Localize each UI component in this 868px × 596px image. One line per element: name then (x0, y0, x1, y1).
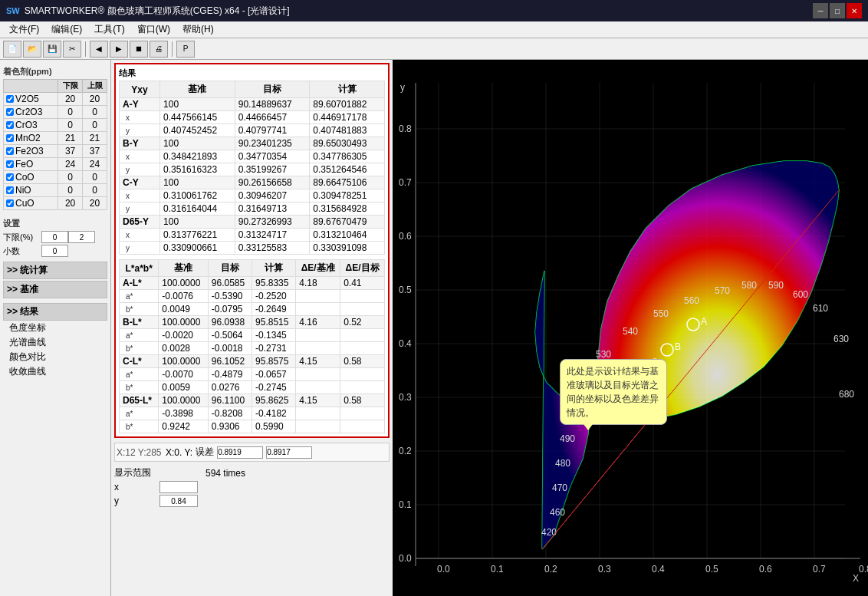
pigment-checkbox[interactable] (6, 160, 14, 168)
close-button[interactable]: ✕ (847, 3, 862, 18)
table-row: a* -0.0070 -0.4879 -0.0657 (120, 368, 385, 381)
y-range-input[interactable] (159, 495, 198, 507)
small-number-label: 小数 (3, 245, 41, 257)
toolbar-btn8[interactable]: 🖨 (150, 41, 168, 58)
distance-input2[interactable] (266, 446, 312, 459)
pigment-checkbox[interactable] (6, 173, 14, 181)
menu-file[interactable]: 文件(F) (3, 21, 45, 38)
pigment-checkbox[interactable] (6, 95, 14, 103)
info-section: X:12 Y:285 X:0. Y: 误差 (114, 443, 390, 462)
svg-text:420: 420 (541, 527, 557, 538)
toolbar-new[interactable]: 📄 (3, 41, 21, 58)
x-range-label: x (114, 482, 156, 492)
yxy-row-calc: 89.67670479 (310, 216, 385, 229)
toolbar-save[interactable]: 💾 (43, 41, 61, 58)
x-range-input[interactable] (159, 481, 198, 493)
results-section: >> 结果 色度坐标 光谱曲线 颜色对比 收敛曲线 (3, 301, 107, 379)
lab-row-base: -0.3898 (159, 407, 209, 420)
pigment-checkbox[interactable] (6, 147, 14, 155)
lab-row-target: 96.1100 (208, 394, 252, 407)
tooltip-text: 此处是示设计结果与基准玻璃以及目标光谱之间的坐标以及色差差异情况。 (567, 366, 659, 418)
yxy-row-calc: 0.351264546 (310, 163, 385, 176)
result-item-color-compare[interactable]: 颜色对比 (6, 350, 107, 364)
table-row: y 0.316164044 0.31649713 0.315684928 (120, 203, 385, 216)
result-item-converge[interactable]: 收敛曲线 (6, 364, 107, 379)
results-table-area: 结果 Yxy 基准 目标 计算 A-Y 100 90.14889637 89.6… (114, 63, 390, 438)
toolbar-btn5[interactable]: ◀ (90, 41, 108, 58)
lower-limit-input[interactable] (41, 231, 68, 243)
yxy-col-0: Yxy (120, 81, 160, 98)
setting-section: 设置 下限(%) 小数 (3, 215, 107, 258)
pigment-col-lower: 下限 (58, 80, 83, 93)
lab-row-base: 0.0049 (159, 303, 209, 316)
lab-row-de-base: 4.18 (296, 277, 340, 290)
lab-row-de-base (296, 381, 340, 394)
svg-text:550: 550 (653, 308, 669, 319)
calc-header[interactable]: >> 统计算 (3, 262, 107, 279)
pigment-table: 下限 上限 V2O5 20 20 Cr2O3 0 0 CrO3 0 0 MnO2… (3, 79, 107, 210)
toolbar-btn7[interactable]: ⏹ (130, 41, 148, 58)
small-number-input[interactable] (41, 245, 68, 257)
yxy-row-base: 0.447566145 (160, 111, 235, 124)
lower-limit-label: 下限(%) (3, 232, 41, 243)
lab-row-de-target (340, 368, 385, 381)
menu-help[interactable]: 帮助(H) (176, 21, 220, 38)
pigment-checkbox[interactable] (6, 186, 14, 194)
result-item-spectrum[interactable]: 光谱曲线 (6, 335, 107, 350)
display-range-label: 显示范围 (114, 466, 156, 479)
pigment-row: CuO 20 20 (4, 197, 107, 210)
lab-row-calc: 0.5990 (252, 420, 296, 433)
pigment-checkbox[interactable] (6, 121, 14, 129)
coord-label: X:12 Y:285 (117, 447, 163, 458)
pigment-lower: 21 (58, 132, 83, 145)
pigment-checkbox[interactable] (6, 134, 14, 142)
result-header[interactable]: >> 结果 (3, 303, 107, 321)
a-label: A (701, 316, 707, 327)
lab-row-base: -0.0076 (159, 290, 209, 303)
toolbar-btn9[interactable]: P (176, 41, 195, 58)
table-row: b* 0.0028 -0.0018 -0.2731 (120, 342, 385, 355)
menu-window[interactable]: 窗口(W) (131, 21, 176, 38)
yxy-row-label: D65-Y (120, 216, 160, 229)
toolbar-btn6[interactable]: ▶ (110, 41, 128, 58)
pigment-lower: 0 (58, 106, 83, 119)
pigment-checkbox[interactable] (6, 108, 14, 116)
pigment-checkbox[interactable] (6, 199, 14, 207)
svg-text:0.5: 0.5 (399, 285, 412, 295)
toolbar-btn4[interactable]: ✂ (63, 41, 81, 58)
lab-row-label: a* (120, 290, 159, 303)
lab-table: L*a*b* 基准 目标 计算 ΔE/基准 ΔE/目标 A-L* 100.000… (119, 259, 385, 433)
result-item-chroma[interactable]: 色度坐标 (6, 321, 107, 335)
yxy-row-base: 0.330900661 (160, 242, 235, 255)
pigment-upper: 0 (83, 119, 107, 132)
upper-limit-input[interactable] (68, 231, 95, 243)
x-range-row: x (114, 481, 390, 493)
lab-row-label: B-L* (120, 316, 159, 329)
table-row: B-Y 100 90.23401235 89.65030493 (120, 137, 385, 150)
restore-button[interactable]: □ (830, 3, 845, 18)
menu-edit[interactable]: 编辑(E) (45, 21, 88, 38)
toolbar-sep2 (172, 41, 173, 57)
pigment-lower: 20 (58, 93, 83, 106)
yxy-row-calc: 0.330391098 (310, 242, 385, 255)
distance-input1[interactable] (217, 446, 263, 459)
lab-row-target: -0.0018 (208, 342, 252, 355)
lab-row-de-base (296, 329, 340, 342)
table-row: a* -0.3898 -0.8208 -0.4182 (120, 407, 385, 420)
svg-text:0.1: 0.1 (491, 564, 504, 575)
results-list: 色度坐标 光谱曲线 颜色对比 收敛曲线 (3, 321, 107, 379)
table-row: A-L* 100.0000 96.0585 95.8335 4.18 0.41 (120, 277, 385, 290)
yxy-row-calc: 0.313210464 (310, 229, 385, 242)
pigment-col-upper: 上限 (83, 80, 107, 93)
basic-header[interactable]: >> 基准 (3, 281, 107, 298)
menu-tools[interactable]: 工具(T) (88, 21, 130, 38)
minimize-button[interactable]: ─ (813, 3, 828, 18)
lab-row-de-target (340, 329, 385, 342)
yxy-row-label: B-Y (120, 137, 160, 150)
pigment-upper: 21 (83, 132, 107, 145)
pigment-name: CoO (15, 172, 35, 183)
table-row: b* 0.9242 0.9306 0.5990 (120, 420, 385, 433)
toolbar-open[interactable]: 📂 (23, 41, 41, 58)
yxy-row-target: 0.44666457 (235, 111, 310, 124)
svg-text:0.1: 0.1 (399, 499, 412, 510)
